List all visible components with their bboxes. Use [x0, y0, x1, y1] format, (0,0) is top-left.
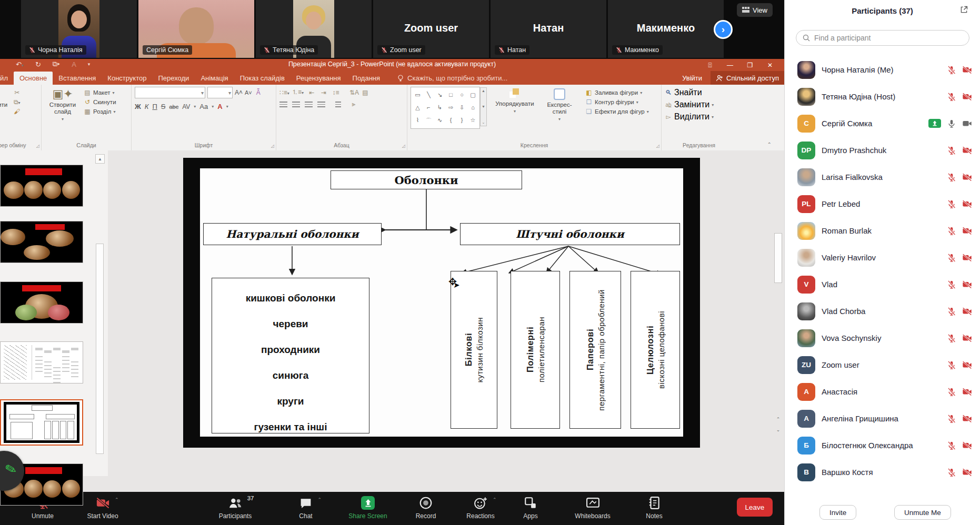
- align-text-icon[interactable]: ▤: [362, 89, 369, 96]
- diagram-natural-box[interactable]: Натуральні оболонки: [203, 223, 382, 245]
- tab-Показ слайдів[interactable]: Показ слайдів: [234, 72, 291, 85]
- paragraph-dialog-launcher[interactable]: ◿: [402, 144, 405, 148]
- search-input[interactable]: Find a participant: [796, 30, 969, 46]
- slide-thumbnail[interactable]: [0, 341, 83, 383]
- replace-button[interactable]: ab̲Замінити▾: [665, 100, 714, 109]
- find-button[interactable]: 🔍︎Знайти: [665, 88, 702, 97]
- chevron-up-icon[interactable]: ⌃: [247, 497, 252, 502]
- shape-effects-button[interactable]: ❏Ефекти для фігур▾: [585, 108, 649, 115]
- participant-row[interactable]: ВВаршко Костя: [785, 459, 980, 486]
- participant-row[interactable]: Roman Burlak: [785, 217, 980, 244]
- video-tile[interactable]: Тетяна Юдіна: [256, 0, 372, 58]
- next-videos-button[interactable]: ›: [714, 20, 733, 39]
- diagram-column-box[interactable]: Целюлознівіскозні целофанові: [631, 271, 680, 429]
- popout-icon[interactable]: [959, 5, 968, 14]
- video-tile[interactable]: Zoom userZoom user: [373, 0, 489, 58]
- share-access-button[interactable]: Спільний доступ: [711, 71, 784, 85]
- thumbnails-scrollbar[interactable]: ▲: [95, 154, 105, 472]
- participant-row[interactable]: DPDmytro Prashchuk: [785, 137, 980, 164]
- font-button-A[interactable]: A: [217, 103, 222, 110]
- clear-format-icon[interactable]: A͊: [256, 89, 261, 96]
- next-slide-button[interactable]: ⌄: [774, 425, 782, 435]
- justify-icon[interactable]: [317, 102, 325, 107]
- tab-Переходи[interactable]: Переходи: [152, 72, 195, 85]
- participant-row[interactable]: AАнастасія: [785, 378, 980, 405]
- slide[interactable]: Оболонки Натуральні оболонки Штучні обол…: [183, 158, 700, 448]
- columns-icon[interactable]: [335, 102, 341, 107]
- tab-Вставлення[interactable]: Вставлення: [53, 72, 102, 85]
- notes-button[interactable]: Notes: [625, 495, 683, 520]
- participant-row[interactable]: AАнгеліна Грищишина: [785, 405, 980, 432]
- caret-icon[interactable]: ▾: [212, 104, 214, 109]
- participant-row[interactable]: VVlad: [785, 271, 980, 298]
- align-left-icon[interactable]: [279, 102, 287, 107]
- section-button[interactable]: ▦Розділ▾: [84, 108, 116, 115]
- shapes-gallery[interactable]: ▭╲↘□○▢ △⌐↳⇨⇩⌂ ⌇⌒∿{}☆ ▲▼⌄: [411, 87, 480, 129]
- close-button[interactable]: ✕: [760, 59, 780, 71]
- increase-indent-icon[interactable]: ⇥: [320, 89, 327, 96]
- bullets-icon[interactable]: ∷≡▾: [279, 89, 287, 96]
- diagram-column-box[interactable]: Білковікутизин білкозин: [451, 271, 497, 429]
- copy-icon[interactable]: ⧉▾: [13, 98, 21, 106]
- canvas-scrollbar[interactable]: ⌃ ⌄: [774, 152, 782, 459]
- quick-styles-button[interactable]: Експрес-стилі▾: [540, 87, 579, 124]
- caret-icon[interactable]: ▾: [226, 104, 228, 109]
- thumb-scroll-thumb[interactable]: [96, 244, 104, 454]
- tab-Конструктор[interactable]: Конструктор: [102, 72, 152, 85]
- new-slide-button[interactable]: ▣✦ Створити слайд▾: [45, 87, 81, 124]
- chevron-up-icon[interactable]: ⌃: [317, 497, 322, 502]
- grow-font-icon[interactable]: A˄: [235, 89, 243, 96]
- font-button-П[interactable]: П: [152, 103, 157, 110]
- participant-row[interactable]: ББілостегнюк Олександра: [785, 432, 980, 459]
- shrink-font-icon[interactable]: A˅: [245, 89, 252, 96]
- canvas-scroll-thumb[interactable]: [774, 233, 782, 283]
- share-screen-button[interactable]: Share Screen: [339, 495, 397, 520]
- drawing-dialog-launcher[interactable]: ◿: [656, 144, 659, 148]
- numbering-icon[interactable]: ⒈≡▾: [292, 88, 303, 97]
- format-painter-icon[interactable]: 🖌︎: [13, 108, 21, 115]
- participant-row[interactable]: ZUZoom user: [785, 351, 980, 378]
- invite-button[interactable]: Invite: [819, 505, 856, 520]
- restore-button[interactable]: ❐: [740, 59, 760, 71]
- participant-row[interactable]: Vova Sochynskiy: [785, 325, 980, 351]
- diagram-natural-list-box[interactable]: кишкові оболонкичеревипроходникисинюгакр…: [212, 278, 369, 433]
- whiteboards-button[interactable]: Whiteboards: [564, 495, 622, 520]
- font-dialog-launcher[interactable]: ◿: [271, 144, 274, 148]
- cut-icon[interactable]: ✂: [13, 89, 21, 96]
- record-button[interactable]: Record: [397, 495, 455, 520]
- reset-button[interactable]: ↺Скинути: [84, 98, 116, 106]
- leave-button[interactable]: Leave: [737, 498, 773, 517]
- reactions-button[interactable]: ⌃Reactions: [452, 495, 509, 520]
- diagram-column-box[interactable]: Паперовіпергаментні, папір оброблений: [569, 271, 621, 429]
- caret-icon[interactable]: ▾: [194, 104, 196, 109]
- tab-Анімація[interactable]: Анімація: [195, 72, 234, 85]
- text-direction-icon[interactable]: ⇅A: [349, 89, 357, 96]
- chevron-up-icon[interactable]: ⌃: [493, 497, 497, 502]
- apps-button[interactable]: Apps: [502, 495, 559, 520]
- video-tile[interactable]: НатанНатан: [491, 0, 606, 58]
- align-center-icon[interactable]: [292, 102, 300, 107]
- sign-in-button[interactable]: Увійти: [682, 74, 702, 82]
- slide-thumbnail-selected[interactable]: [0, 399, 83, 446]
- participant-row[interactable]: Чорна Наталія (Me): [785, 56, 980, 83]
- thumb-scroll-up-button[interactable]: ▲: [95, 154, 105, 164]
- font-name-combo[interactable]: ▾: [135, 87, 205, 98]
- diagram-artificial-box[interactable]: Штучні оболонки: [460, 223, 680, 245]
- layout-button[interactable]: ▤Макет▾: [84, 89, 116, 96]
- tab-Файл[interactable]: Файл: [0, 72, 14, 85]
- shapes-scrollbar[interactable]: ▲▼⌄: [480, 87, 487, 126]
- minimize-button[interactable]: —: [720, 59, 740, 71]
- font-button-Aa[interactable]: Aa: [199, 103, 208, 110]
- video-tile[interactable]: Чорна Наталія: [21, 0, 137, 58]
- video-tile[interactable]: Сергій Сюмка: [138, 0, 254, 58]
- participant-row[interactable]: CСергій Сюмка: [785, 110, 980, 137]
- diagram-column-box[interactable]: Полімерніполіетиленсаран: [511, 271, 560, 429]
- align-right-icon[interactable]: [305, 102, 313, 107]
- collapse-ribbon-icon[interactable]: ⌃: [767, 142, 772, 147]
- font-button-AV[interactable]: AV: [182, 103, 190, 110]
- font-size-combo[interactable]: ▾: [207, 87, 233, 98]
- view-button[interactable]: View: [737, 3, 773, 17]
- participant-row[interactable]: Тетяна Юдіна (Host): [785, 83, 980, 110]
- smartart-icon[interactable]: ⫸: [350, 100, 357, 108]
- tab-Подання[interactable]: Подання: [347, 72, 386, 85]
